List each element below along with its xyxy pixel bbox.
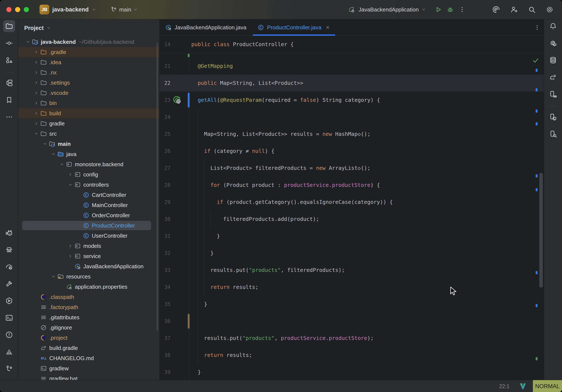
tree-item--factorypath[interactable]: .factorypath [18,302,159,312]
toolwindow-database-button[interactable] [547,54,559,66]
tree-item-monostore-backend[interactable]: monostore.backend [18,159,159,169]
tree-item-cartcontroller[interactable]: CCartController [18,190,159,200]
code-line-39[interactable]: 39} [159,364,544,380]
code-line-37[interactable]: 37results.put("products", productService… [159,330,544,347]
project-tree-scrollbar[interactable] [156,43,158,331]
code-line-32[interactable]: 32} [159,245,544,262]
toolwindow-device-explorer-button[interactable] [547,128,559,140]
toolwindow-pull-requests-button[interactable] [3,54,15,66]
toolwindow-device-manager-button[interactable] [547,88,559,100]
editor-scrollbar[interactable] [539,173,543,288]
vim-mode-badge[interactable]: NORMAL [533,380,562,392]
tree-item-build-gradle[interactable]: build.gradle [18,343,159,353]
error-stripe-mark[interactable] [536,69,538,72]
toolwindow-bookmarks-button[interactable] [3,94,15,106]
tree-item-maincontroller[interactable]: CMainController [18,200,159,210]
code-line-36[interactable]: 36 [159,313,544,330]
error-stripe-mark[interactable] [536,88,538,91]
add-user-button[interactable] [509,5,519,14]
code-line-26[interactable]: 26if (category ≠ null) { [159,143,544,160]
toolwindow-commit-button[interactable] [3,37,15,49]
minimize-window-button[interactable] [15,7,20,12]
code-line-23[interactable]: 23getAll(@RequestParam(required = false)… [159,92,544,109]
tree-item-java-backend[interactable]: java-backend~/Github/java-backend [18,37,159,47]
tree-item-bin[interactable]: bin [18,98,159,108]
toolwindow-warnings-button[interactable] [3,346,15,358]
close-window-button[interactable] [6,7,12,12]
code-line-27[interactable]: 27List<Product> filteredProducts = new A… [159,160,544,177]
tree-item-ordercontroller[interactable]: COrderController [18,210,159,220]
toolwindow-project-folder-button[interactable] [3,20,15,32]
maximize-window-button[interactable] [24,7,29,12]
tree-item-gradle[interactable]: gradle [18,119,159,129]
toolwindow-gradle-button[interactable] [547,71,559,83]
error-stripe-mark[interactable] [536,304,538,307]
error-stripe-mark[interactable] [536,271,538,274]
tree-item-usercontroller[interactable]: CUserController [18,231,159,241]
tree-item-src[interactable]: src [18,129,159,139]
code-line-22[interactable]: 22public Map<String, List<Product>> [159,75,544,92]
tree-item-gradlew-bat[interactable]: gradlew.bat [18,373,159,380]
tree-item--gitignore[interactable]: .gitignore [18,322,159,333]
error-stripe-mark[interactable] [536,188,538,191]
toolwindow-cat-button[interactable] [3,227,15,239]
code-line-29[interactable]: 29if (product.getCategory().equalsIgnore… [159,194,544,211]
tree-item-gradlew[interactable]: gradlew [18,363,159,373]
tree-item-controllers[interactable]: controllers [18,180,159,190]
toolwindow-more-button[interactable] [3,111,15,123]
code-editor[interactable]: 21@GetMapping22public Map<String, List<P… [159,53,544,380]
tree-item-application-properties[interactable]: application.properties [18,282,159,292]
toolwindow-ai-chat-button[interactable] [547,37,559,49]
tab-options-button[interactable] [534,24,540,31]
toolwindow-build-button[interactable] [3,278,15,290]
tree-item--settings[interactable]: .settings [18,78,159,88]
ai-assistant-button[interactable] [492,5,501,14]
tree-item-service[interactable]: service [18,251,159,261]
debug-button[interactable] [445,5,455,14]
code-line-28[interactable]: 28for (Product product : productService.… [159,177,544,194]
toolwindow-device-mirror-button[interactable] [547,111,559,123]
toolwindow-services-button[interactable] [3,295,15,307]
run-configuration-name[interactable]: JavaBackendApplication [359,6,419,13]
code-line-25[interactable]: 25Map<String, List<Product>> results = n… [159,126,544,143]
tree-item--classpath[interactable]: .classpath [18,292,159,302]
code-line-30[interactable]: 30filteredProducts.add(product); [159,211,544,228]
tree-item--gradle[interactable]: .gradle [18,47,159,57]
tree-item-changelog-md[interactable]: MCHANGELOG.md [18,353,159,363]
project-widget[interactable]: JB java-backend [40,5,96,14]
ideavim-icon[interactable] [519,382,527,390]
run-button[interactable] [433,5,443,14]
vcs-branch-widget[interactable]: main [110,6,138,13]
tree-item-main[interactable]: main [18,139,159,149]
tree-item--gitattributes[interactable]: .gitattributes [18,312,159,322]
search-button[interactable] [527,5,537,14]
tree-item--vscode[interactable]: .vscode [18,88,159,98]
code-line-24[interactable]: 24 [159,109,544,126]
code-line-31[interactable]: 31} [159,228,544,245]
toolwindow-incognito-button[interactable] [3,244,15,256]
inspections-ok-icon[interactable] [532,57,539,64]
code-line-21[interactable]: 21@GetMapping [159,58,544,75]
error-stripe-mark[interactable] [536,122,538,125]
toolwindow-problems-button[interactable] [3,329,15,341]
editor-tab-javabackendapplication-java[interactable]: JavaBackendApplication.java [159,19,252,36]
error-stripe-mark[interactable] [536,109,538,113]
tree-item--idea[interactable]: .idea [18,57,159,67]
project-panel-header[interactable]: Project [18,19,159,37]
tree-item-models[interactable]: models [18,241,159,251]
code-line-33[interactable]: 33results.put("products", filteredProduc… [159,262,544,279]
tree-item-javabackendapplication[interactable]: JavaBackendApplication [18,261,159,272]
code-line-38[interactable]: 38return results; [159,347,544,364]
toolwindow-notifications-button[interactable] [547,20,559,32]
tree-item-resources[interactable]: resources [18,272,159,282]
code-line-34[interactable]: 34return results; [159,279,544,296]
editor-tab-productcontroller-java[interactable]: CProductController.java [252,19,336,36]
tree-item-productcontroller[interactable]: CProductController [18,220,159,231]
error-stripe-mark[interactable] [536,174,538,178]
toolwindow-git-branch-button[interactable] [3,363,15,375]
tree-item--project[interactable]: .project [18,333,159,343]
tree-item-java[interactable]: java [18,149,159,159]
caret-position[interactable]: 22:1 [499,383,510,390]
toolwindow-profiler-button[interactable] [3,261,15,273]
tree-item-build[interactable]: build [18,108,159,119]
